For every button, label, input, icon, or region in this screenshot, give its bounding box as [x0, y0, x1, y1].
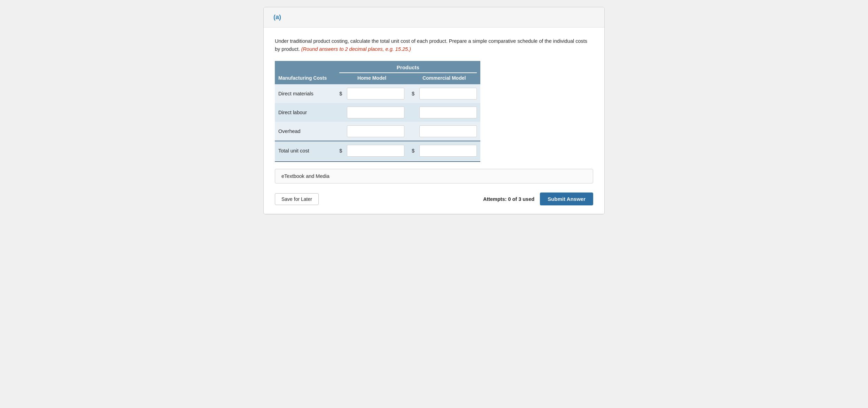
products-header: Products: [336, 61, 480, 72]
main-card: (a) Under traditional product costing, c…: [263, 7, 605, 214]
instructions-text: Under traditional product costing, calcu…: [275, 37, 593, 53]
commercial-input-cell-0: [416, 84, 480, 103]
home-input-cell-0: [343, 84, 408, 103]
commercial-dollar-2: [408, 122, 416, 141]
row-label-1: Direct labour: [275, 103, 336, 122]
round-note: (Round answers to 2 decimal places, e.g.…: [301, 46, 411, 52]
part-label: (a): [273, 14, 281, 21]
submit-answer-button[interactable]: Submit Answer: [540, 193, 593, 205]
commercial-dollar-3: $: [408, 141, 416, 160]
commercial-dollar-1: [408, 103, 416, 122]
home-dollar-2: [336, 122, 344, 141]
home-input-cell-3: [343, 141, 408, 160]
commercial-model-input-3[interactable]: [419, 145, 477, 157]
home-dollar-3: $: [336, 141, 344, 160]
col-home-header: Home Model: [336, 73, 408, 84]
content-area: Under traditional product costing, calcu…: [264, 28, 604, 214]
row-label-2: Overhead: [275, 122, 336, 141]
commercial-dollar-0: $: [408, 84, 416, 103]
commercial-input-cell-2: [416, 122, 480, 141]
home-model-input-3[interactable]: [347, 145, 404, 157]
home-input-cell-1: [343, 103, 408, 122]
col-manufacturing-header: Manufacturing Costs: [275, 73, 336, 84]
manufacturing-col-header: [275, 61, 336, 72]
home-model-input-0[interactable]: [347, 88, 404, 100]
commercial-input-cell-3: [416, 141, 480, 160]
home-dollar-1: [336, 103, 344, 122]
commercial-model-input-1[interactable]: [419, 107, 477, 118]
cost-table: Products Manufacturing Costs Home Model …: [275, 61, 480, 162]
etextbook-label: eTextbook and Media: [281, 173, 330, 179]
part-header: (a): [264, 7, 604, 28]
footer-right: Attempts: 0 of 3 used Submit Answer: [483, 193, 593, 205]
col-commercial-header: Commercial Model: [408, 73, 480, 84]
row-label-3: Total unit cost: [275, 141, 336, 160]
footer-row: Save for Later Attempts: 0 of 3 used Sub…: [275, 189, 593, 207]
attempts-text: Attempts: 0 of 3 used: [483, 196, 534, 202]
commercial-model-input-0[interactable]: [419, 88, 477, 100]
save-for-later-button[interactable]: Save for Later: [275, 193, 319, 205]
etextbook-bar: eTextbook and Media: [275, 169, 593, 183]
commercial-model-input-2[interactable]: [419, 125, 477, 137]
home-input-cell-2: [343, 122, 408, 141]
commercial-input-cell-1: [416, 103, 480, 122]
home-dollar-0: $: [336, 84, 344, 103]
row-label-0: Direct materials: [275, 84, 336, 103]
home-model-input-1[interactable]: [347, 107, 404, 118]
home-model-input-2[interactable]: [347, 125, 404, 137]
